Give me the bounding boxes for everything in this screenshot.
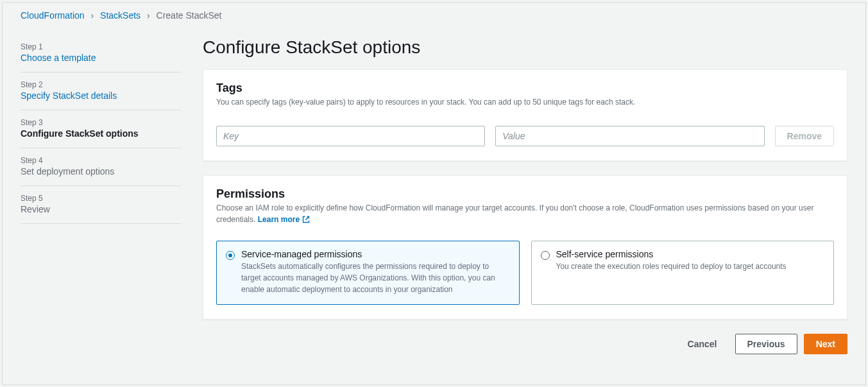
step-label: Choose a template — [21, 53, 181, 63]
tag-key-input[interactable] — [216, 126, 485, 146]
option-desc: StackSets automatically configures the p… — [241, 261, 510, 295]
step-label: Configure StackSet options — [21, 128, 181, 139]
main-content: Configure StackSet options Tags You can … — [203, 23, 847, 354]
next-button[interactable]: Next — [804, 334, 847, 354]
cancel-button[interactable]: Cancel — [676, 334, 729, 354]
breadcrumb-cloudformation[interactable]: CloudFormation — [21, 10, 85, 21]
tags-panel: Tags You can specify tags (key-value pai… — [203, 69, 847, 161]
tag-value-input[interactable] — [495, 126, 764, 146]
footer-actions: Cancel Previous Next — [203, 334, 847, 354]
option-service-managed[interactable]: Service-managed permissions StackSets au… — [216, 241, 520, 305]
tags-title: Tags — [216, 82, 834, 95]
permissions-description: Choose an IAM role to explicitly define … — [216, 202, 834, 225]
option-title: Self-service permissions — [556, 249, 787, 259]
step-2[interactable]: Step 2 Specify StackSet details — [21, 73, 181, 110]
permissions-options: Service-managed permissions StackSets au… — [216, 241, 834, 305]
option-title: Service-managed permissions — [241, 249, 510, 259]
learn-more-label: Learn more — [258, 214, 300, 225]
step-num: Step 1 — [21, 42, 181, 51]
tags-description: You can specify tags (key-value pairs) t… — [216, 96, 834, 108]
chevron-right-icon: › — [147, 10, 150, 21]
chevron-right-icon: › — [91, 10, 94, 21]
option-desc: You create the execution roles required … — [556, 261, 787, 272]
external-link-icon — [302, 216, 310, 223]
option-self-service[interactable]: Self-service permissions You create the … — [531, 241, 835, 305]
step-num: Step 2 — [21, 80, 181, 89]
radio-icon — [541, 251, 550, 260]
step-3: Step 3 Configure StackSet options — [21, 110, 181, 148]
step-label: Review — [21, 204, 181, 214]
wizard-sidebar: Step 1 Choose a template Step 2 Specify … — [21, 23, 181, 354]
radio-icon — [226, 251, 235, 260]
step-num: Step 3 — [21, 118, 181, 127]
step-label: Specify StackSet details — [21, 90, 181, 101]
breadcrumb: CloudFormation › StackSets › Create Stac… — [3, 3, 865, 23]
page-title: Configure StackSet options — [203, 37, 847, 58]
step-label: Set deployment options — [21, 166, 181, 176]
step-num: Step 5 — [21, 194, 181, 203]
step-5: Step 5 Review — [21, 186, 181, 224]
permissions-title: Permissions — [216, 187, 834, 201]
step-num: Step 4 — [21, 156, 181, 165]
learn-more-link[interactable]: Learn more — [258, 214, 310, 225]
tag-row: Remove — [216, 126, 834, 146]
permissions-panel: Permissions Choose an IAM role to explic… — [203, 175, 847, 320]
remove-tag-button: Remove — [775, 126, 834, 146]
step-4: Step 4 Set deployment options — [21, 148, 181, 186]
breadcrumb-current: Create StackSet — [157, 10, 222, 21]
step-1[interactable]: Step 1 Choose a template — [21, 42, 181, 73]
breadcrumb-stacksets[interactable]: StackSets — [100, 10, 140, 21]
previous-button[interactable]: Previous — [735, 334, 797, 354]
